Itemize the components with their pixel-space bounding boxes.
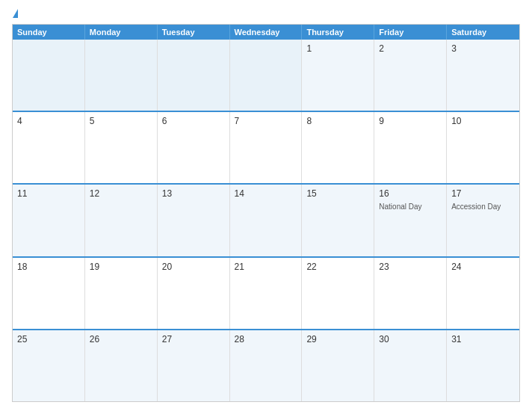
calendar-cell: 28 (230, 330, 303, 401)
logo (12, 9, 19, 18)
calendar-cell: 13 (158, 185, 230, 256)
day-number: 2 (379, 43, 442, 54)
calendar-cell (158, 40, 230, 111)
day-number: 22 (306, 262, 369, 272)
day-number: 24 (451, 262, 515, 272)
day-number: 9 (379, 116, 442, 126)
calendar-cell: 4 (13, 112, 85, 183)
day-event: National Day (379, 202, 442, 211)
calendar-cell: 30 (374, 330, 447, 401)
day-number: 17 (451, 188, 515, 199)
day-number: 28 (235, 334, 297, 344)
calendar-cell: 19 (85, 258, 158, 329)
day-number: 27 (162, 334, 225, 344)
day-number: 23 (379, 262, 442, 272)
day-number: 12 (90, 188, 152, 199)
day-number: 14 (235, 188, 297, 199)
day-number: 8 (306, 116, 369, 126)
day-number: 31 (451, 334, 515, 344)
weekday-header: Friday (374, 25, 447, 40)
day-number: 1 (306, 43, 369, 54)
calendar-cell: 16National Day (374, 185, 447, 256)
logo-triangle-icon (13, 9, 18, 18)
calendar-row: 111213141516National Day17Accession Day (13, 185, 519, 257)
calendar-cell: 25 (13, 330, 85, 401)
calendar-cell: 2 (374, 40, 447, 111)
calendar-cell: 20 (158, 258, 230, 329)
calendar-cell: 11 (13, 185, 85, 256)
calendar-cell: 21 (230, 258, 303, 329)
day-number: 20 (162, 262, 225, 272)
weekday-header: Sunday (13, 25, 85, 40)
day-event: Accession Day (451, 202, 515, 211)
calendar-cell: 10 (447, 112, 519, 183)
calendar-cell (85, 40, 158, 111)
calendar-row: 25262728293031 (13, 330, 519, 401)
day-number: 30 (379, 334, 442, 344)
weekday-header: Saturday (447, 25, 519, 40)
day-number: 16 (379, 188, 442, 199)
calendar-cell: 27 (158, 330, 230, 401)
calendar-cell: 15 (302, 185, 374, 256)
calendar-cell: 8 (302, 112, 374, 183)
day-number: 15 (306, 188, 369, 199)
calendar-cell: 5 (85, 112, 158, 183)
calendar-cell: 9 (374, 112, 447, 183)
day-number: 19 (90, 262, 152, 272)
day-number: 5 (90, 116, 152, 126)
calendar-cell: 17Accession Day (447, 185, 519, 256)
calendar-cell: 12 (85, 185, 158, 256)
calendar: SundayMondayTuesdayWednesdayThursdayFrid… (12, 24, 520, 402)
weekday-header: Wednesday (230, 25, 303, 40)
day-number: 18 (17, 262, 80, 272)
calendar-cell (230, 40, 303, 111)
calendar-cell: 6 (158, 112, 230, 183)
day-number: 26 (90, 334, 152, 344)
calendar-cell: 14 (230, 185, 303, 256)
calendar-cell: 3 (447, 40, 519, 111)
day-number: 4 (17, 116, 80, 126)
calendar-row: 45678910 (13, 112, 519, 185)
calendar-cell: 23 (374, 258, 447, 329)
header (12, 9, 520, 18)
weekday-header: Monday (85, 25, 158, 40)
weekday-header: Thursday (302, 25, 374, 40)
weekday-header: Tuesday (158, 25, 230, 40)
day-number: 25 (17, 334, 80, 344)
day-number: 7 (235, 116, 297, 126)
calendar-cell: 1 (302, 40, 374, 111)
calendar-header: SundayMondayTuesdayWednesdayThursdayFrid… (13, 25, 519, 40)
day-number: 29 (306, 334, 369, 344)
calendar-body: 12345678910111213141516National Day17Acc… (13, 40, 519, 401)
calendar-cell: 22 (302, 258, 374, 329)
calendar-row: 123 (13, 40, 519, 112)
calendar-cell: 29 (302, 330, 374, 401)
calendar-row: 18192021222324 (13, 258, 519, 330)
calendar-cell: 24 (447, 258, 519, 329)
day-number: 21 (235, 262, 297, 272)
calendar-cell: 18 (13, 258, 85, 329)
day-number: 13 (162, 188, 225, 199)
day-number: 3 (451, 43, 515, 54)
day-number: 6 (162, 116, 225, 126)
calendar-cell: 7 (230, 112, 303, 183)
calendar-cell: 31 (447, 330, 519, 401)
calendar-cell: 26 (85, 330, 158, 401)
page: SundayMondayTuesdayWednesdayThursdayFrid… (0, 0, 532, 411)
day-number: 11 (17, 188, 80, 199)
day-number: 10 (451, 116, 515, 126)
calendar-cell (13, 40, 85, 111)
